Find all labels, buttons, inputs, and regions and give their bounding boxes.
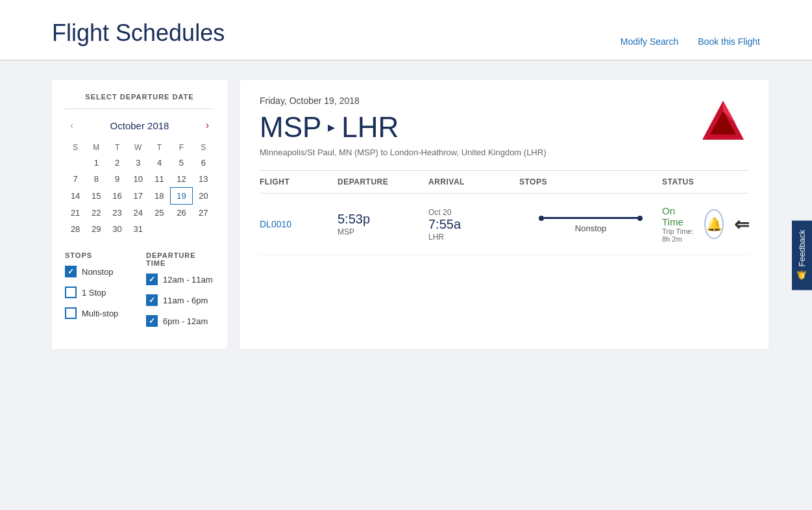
col-stops: STOPS — [519, 177, 662, 186]
calendar-day[interactable]: 12 — [170, 171, 192, 188]
calendar-day[interactable]: 24 — [128, 205, 149, 222]
departure-filter-item: 12am - 11am — [146, 274, 214, 285]
modify-search-link[interactable]: Modify Search — [621, 36, 678, 47]
feedback-label: Feedback — [797, 229, 807, 266]
status-info: On Time Trip Time: 8h 2m — [662, 205, 694, 243]
calendar-day[interactable]: 1 — [86, 155, 106, 171]
feedback-tab[interactable]: 🔔 Feedback — [792, 220, 812, 290]
col-status: STATUS — [662, 177, 749, 186]
calendar-day[interactable]: 23 — [106, 205, 127, 222]
calendar-day[interactable]: 22 — [86, 205, 106, 222]
flight-number[interactable]: DL0010 — [260, 219, 338, 229]
calendar-day — [193, 221, 214, 237]
calendar-day[interactable]: 8 — [86, 171, 106, 188]
stops-checkbox-0[interactable] — [65, 266, 77, 277]
calendar-day[interactable]: 16 — [106, 188, 127, 205]
calendar-day[interactable]: 9 — [106, 171, 127, 188]
calendar-day[interactable]: 19 — [170, 188, 192, 205]
calendar-day[interactable]: 2 — [106, 155, 127, 171]
calendar-prev-button[interactable]: ‹ — [65, 117, 79, 134]
calendar-day[interactable]: 18 — [149, 188, 170, 205]
calendar-day[interactable]: 31 — [128, 221, 149, 237]
arrival-airport: LHR — [428, 233, 444, 242]
calendar-day[interactable]: 7 — [65, 171, 86, 188]
calendar-day[interactable]: 21 — [65, 205, 86, 222]
book-flight-link[interactable]: Book this Flight — [698, 36, 760, 47]
feedback-icon: 🔔 — [797, 270, 807, 281]
calendar-day — [149, 221, 170, 237]
calendar-day[interactable]: 6 — [193, 155, 214, 171]
calendar-day[interactable]: 28 — [65, 221, 86, 237]
calendar-day[interactable]: 17 — [128, 188, 149, 205]
departure-time: 5:53p — [338, 212, 428, 227]
departure-heading: DEPARTURE TIME — [146, 251, 214, 267]
calendar-day — [170, 221, 192, 237]
calendar-day[interactable]: 4 — [149, 155, 170, 171]
status-text: On Time — [662, 205, 694, 227]
arrival-info: Oct 20 7:55a LHR — [428, 207, 519, 242]
col-flight: FLIGHT — [260, 177, 338, 186]
flight-date: Friday, October 19, 2018 — [260, 96, 546, 106]
stops-checkbox-1[interactable] — [65, 287, 77, 298]
bell-button[interactable]: 🔔 — [704, 209, 723, 239]
calendar-next-button[interactable]: › — [201, 117, 214, 134]
calendar-day[interactable]: 15 — [86, 188, 106, 205]
stops-filter-col: STOPS Nonstop1 StopMulti-stop — [65, 251, 133, 336]
departure-info: 5:53p MSP — [338, 212, 428, 236]
flight-info: Friday, October 19, 2018 MSP ▸ LHR Minne… — [260, 96, 546, 157]
departure-label-2: 6pm - 12am — [163, 316, 208, 326]
calendar-grid: SMTWTFS 12345678910111213141516171819202… — [65, 140, 214, 237]
calendar-day[interactable]: 5 — [170, 155, 192, 171]
departure-airport: MSP — [338, 227, 354, 236]
calendar-day-header: T — [106, 140, 127, 155]
flight-content: Friday, October 19, 2018 MSP ▸ LHR Minne… — [240, 80, 769, 349]
calendar-day[interactable]: 26 — [170, 205, 192, 222]
status-col: On Time Trip Time: 8h 2m 🔔 ⇐ — [662, 205, 749, 243]
calendar-day-header: S — [193, 140, 214, 155]
calendar-day[interactable]: 13 — [193, 171, 214, 188]
calendar-title: SELECT DEPARTURE DATE — [65, 93, 214, 109]
calendar-day[interactable]: 10 — [128, 171, 149, 188]
departure-filter-col: DEPARTURE TIME 12am - 11am11am - 6pm6pm … — [146, 251, 214, 336]
page-header: Flight Schedules Modify Search Book this… — [0, 0, 812, 60]
stops-line — [544, 217, 637, 219]
stops-filter-item: 1 Stop — [65, 287, 133, 298]
stops-dot-left — [539, 216, 544, 221]
stops-filter-item: Nonstop — [65, 266, 133, 277]
header-actions: Modify Search Book this Flight — [621, 36, 760, 47]
flight-table-header: FLIGHT DEPARTURE ARRIVAL STOPS STATUS — [260, 170, 749, 194]
stops-label-0: Nonstop — [82, 267, 113, 277]
calendar-day[interactable]: 27 — [193, 205, 214, 222]
stops-filter-item: Multi-stop — [65, 307, 133, 319]
departure-checkbox-0[interactable] — [146, 274, 158, 285]
stops-line-container — [539, 216, 643, 221]
filter-section: STOPS Nonstop1 StopMulti-stop DEPARTURE … — [65, 251, 214, 336]
calendar-day-header: W — [128, 140, 149, 155]
departure-checkbox-1[interactable] — [146, 294, 158, 306]
departure-checkbox-2[interactable] — [146, 315, 158, 327]
calendar-day-header: F — [170, 140, 192, 155]
calendar-day[interactable]: 11 — [149, 171, 170, 188]
origin-code: MSP — [260, 111, 321, 144]
calendar-day[interactable]: 25 — [149, 205, 170, 222]
stops-checkbox-2[interactable] — [65, 307, 77, 319]
departure-filter-item: 6pm - 12am — [146, 315, 214, 327]
dest-code: LHR — [341, 111, 399, 144]
stops-label-1: 1 Stop — [82, 288, 106, 298]
calendar-day[interactable]: 29 — [86, 221, 106, 237]
calendar-day[interactable]: 20 — [193, 188, 214, 205]
departure-filter-item: 11am - 6pm — [146, 294, 214, 306]
arrival-date: Oct 20 — [428, 208, 451, 217]
calendar-month: October 2018 — [110, 120, 169, 131]
calendar-day[interactable]: 30 — [106, 221, 127, 237]
sidebar: SELECT DEPARTURE DATE ‹ October 2018 › S… — [52, 80, 227, 349]
trip-time: Trip Time: 8h 2m — [662, 227, 694, 243]
table-row: DL0010 5:53p MSP Oct 20 7:55a LHR Nonsto… — [260, 194, 749, 255]
calendar-day-header: T — [149, 140, 170, 155]
col-departure: DEPARTURE — [338, 177, 428, 186]
calendar-day[interactable]: 3 — [128, 155, 149, 171]
calendar-day[interactable]: 14 — [65, 188, 86, 205]
stops-visual: Nonstop — [519, 216, 662, 233]
flight-route: MSP ▸ LHR — [260, 111, 546, 144]
stops-label: Nonstop — [575, 223, 606, 233]
